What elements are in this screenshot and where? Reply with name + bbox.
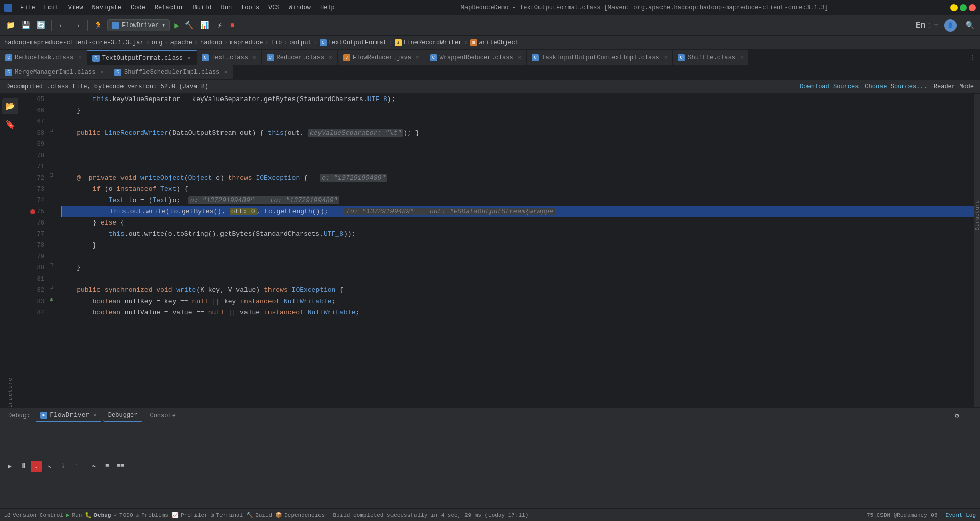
menu-refactor[interactable]: Refactor [151,3,188,12]
menu-code[interactable]: Code [127,3,150,12]
tab-shuffle[interactable]: C Shuffle.class × [673,50,749,65]
status-todo[interactable]: ✓ TODO [114,512,133,518]
forward-button[interactable]: → [71,19,83,32]
menu-run[interactable]: Run [216,3,236,12]
tab-wrappedreducer-close[interactable]: × [518,55,522,61]
fold-80[interactable]: □ [50,285,53,290]
debug-step-out-btn[interactable]: ↑ [70,461,82,472]
menu-file[interactable]: File [16,3,39,12]
close-button[interactable] [969,4,976,11]
breadcrumb-hadoop[interactable]: hadoop [200,39,222,46]
status-run[interactable]: ▶ Run [66,512,82,518]
run-config-selector[interactable]: FlowDriver ▾ [107,19,170,31]
stop-button[interactable]: ■ [229,20,235,31]
status-profiler[interactable]: 📈 Profiler [172,512,208,518]
breadcrumb-writeobject[interactable]: writeObject [479,39,519,46]
fold-72[interactable]: □ [50,172,53,178]
debug-session-close[interactable]: × [93,412,97,418]
fold-66[interactable]: □ [50,128,53,133]
save-button[interactable]: 💾 [19,19,32,32]
breakpoint-75[interactable] [30,209,35,214]
debug-resume-btn[interactable]: ▶ [4,461,15,472]
tab-flowreducer[interactable]: J FlowReducer.java × [338,50,425,65]
tab-flowreducer-close[interactable]: × [416,55,420,61]
code-content[interactable]: 65 66 67 68 69 70 71 72 73 74 75 76 77 [20,94,974,407]
back-button[interactable]: ← [56,19,68,32]
tab-taskinputoutput-close[interactable]: × [664,55,668,61]
tab-textoutputformat[interactable]: C TextOutputFormat.class × [87,50,197,65]
debug-frames-btn[interactable]: ≡≡ [115,461,126,472]
debug-tab-debugger[interactable]: Debugger [103,410,143,422]
tab-reducer[interactable]: C Reducer.class × [262,50,338,65]
structure-panel-label[interactable]: Structure [973,196,981,234]
minimize-button[interactable] [950,4,958,11]
menu-vcs[interactable]: VCS [264,3,284,12]
tabs-more-button[interactable]: ⋮ [966,50,980,64]
profile-button[interactable]: ⚡ [214,19,226,32]
sidebar-structure-button[interactable]: Structure [2,386,18,403]
run-button[interactable]: ▶ [173,19,180,32]
coverage-button[interactable]: 📊 [199,19,211,32]
debug-step-over-btn[interactable]: ↓ [31,461,42,472]
status-build[interactable]: 🔨 Build [246,512,272,518]
breadcrumb-org[interactable]: org [152,39,163,46]
sidebar-bookmark-button[interactable]: 🔖 [2,116,18,133]
build-button[interactable]: 🔨 [183,19,195,32]
project-icon[interactable]: 📁 [4,19,16,32]
breadcrumb-mapreduce[interactable]: mapreduce [230,39,263,46]
tab-text-close[interactable]: × [253,55,256,61]
status-dependencies[interactable]: 📦 Dependencies [275,512,325,518]
fold-76[interactable]: □ [50,262,53,268]
debug-close-btn[interactable]: − [965,410,976,421]
status-terminal[interactable]: ⊞ Terminal [211,512,243,518]
status-debug[interactable]: 🐛 Debug [85,512,111,518]
tab-wrappedreducer[interactable]: C WrappedReducer.class × [425,50,527,65]
reader-mode-button[interactable]: Reader Mode [934,83,974,90]
menu-help[interactable]: Help [316,3,339,12]
line-82-content: public synchronized void write(K key, V … [61,285,344,296]
tab-textoutputformat-close[interactable]: × [187,55,191,61]
debug-pause-btn[interactable]: ⏸ [17,461,29,472]
tab-shuffle-close[interactable]: × [740,55,744,61]
breadcrumb-lib[interactable]: lib [271,39,282,46]
tab-mergemanager-close[interactable]: × [100,69,104,76]
menu-tools[interactable]: Tools [237,3,263,12]
breadcrumb-apache[interactable]: apache [170,39,192,46]
search-everywhere-button[interactable]: 🔍 [964,19,976,32]
debug-step-into-btn[interactable]: ↘ [44,461,55,472]
event-log-button[interactable]: Event Log [946,512,976,518]
sidebar-project-button[interactable]: 📂 [2,98,18,114]
menu-view[interactable]: View [64,3,87,12]
debug-evaluate-btn[interactable]: ≡ [102,461,113,472]
tab-mergemanager[interactable]: C MergeManagerImpl.class × [0,65,109,79]
breadcrumb-jar[interactable]: hadoop-mapreduce-client-core-3.1.3.jar [4,39,144,46]
tab-shufflescheduler[interactable]: C ShuffleSchedulerImpl.class × [109,65,233,79]
debug-run-to-cursor-btn[interactable]: ↷ [88,461,100,472]
download-sources-button[interactable]: Download Sources [800,83,859,90]
breadcrumb-linerecordwriter[interactable]: LineRecordWriter [403,39,462,46]
debug-settings-btn[interactable]: ⚙ [951,410,963,421]
tab-shufflescheduler-close[interactable]: × [224,69,228,76]
status-version-control[interactable]: ⎇ Version Control [4,512,63,518]
debug-tab-console[interactable]: Console [144,410,180,421]
menu-window[interactable]: Window [285,3,315,12]
status-problems[interactable]: ⚠ Problems [136,512,168,518]
sync-button[interactable]: 🔄 [35,19,47,32]
menu-build[interactable]: Build [189,3,215,12]
debug-session-tab[interactable]: ▶ FlowDriver × [36,409,101,422]
tab-taskinputoutput[interactable]: C TaskInputOutputContextImpl.class × [527,50,673,65]
menu-edit[interactable]: Edit [40,3,63,12]
menu-navigate[interactable]: Navigate [88,3,126,12]
breadcrumb-output[interactable]: output [289,39,311,46]
tab-text[interactable]: C Text.class × [197,50,262,65]
choose-sources-button[interactable]: Choose Sources... [865,83,927,90]
breadcrumb-textoutputformat[interactable]: TextOutputFormat [328,39,387,46]
debug-force-step-into-btn[interactable]: ⤵ [57,461,68,472]
maximize-button[interactable] [960,4,967,11]
avatar[interactable]: 👤 [944,19,957,32]
tab-reducetask[interactable]: C ReduceTask.class × [0,50,87,65]
tab-reducer-close[interactable]: × [329,55,332,61]
tab-reducetask-close[interactable]: × [78,55,82,61]
run-type-btn[interactable]: 🏃 [92,19,104,32]
override-82[interactable]: ⊕ [50,296,53,304]
